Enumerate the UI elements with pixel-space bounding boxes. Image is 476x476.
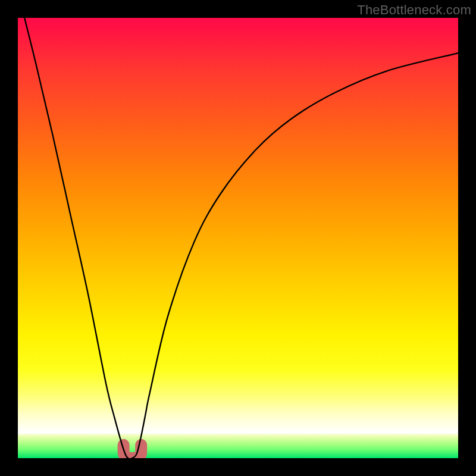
- bottleneck-curve: [18, 18, 458, 458]
- watermark-text: TheBottleneck.com: [357, 2, 471, 18]
- plot-area: [18, 18, 458, 458]
- chart-container: TheBottleneck.com: [0, 0, 476, 476]
- curve-layer: [18, 18, 458, 458]
